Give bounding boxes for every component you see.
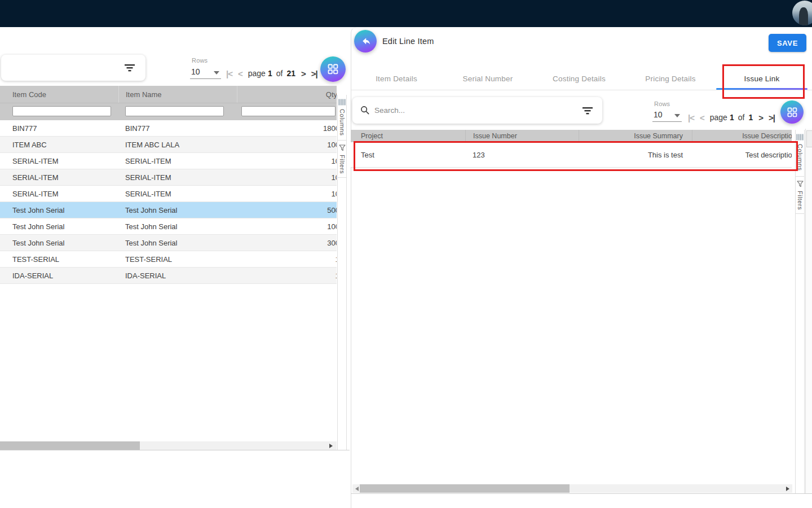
item-row[interactable]: Test John SerialTest John Serial100	[0, 218, 337, 235]
rows-per-page-select[interactable]: 10	[652, 109, 682, 122]
issue-search-box	[352, 97, 602, 124]
issue-row[interactable]: Test123This is testTest description	[351, 142, 792, 168]
of-label: of	[276, 69, 283, 78]
item-row[interactable]: Test John SerialTest John Serial300	[0, 235, 337, 251]
tab-costing-details[interactable]: Costing Details	[533, 68, 625, 90]
current-page: 1	[730, 113, 734, 122]
column-header-qty[interactable]: Qty	[237, 86, 337, 103]
tab-serial-number[interactable]: Serial Number	[442, 68, 533, 90]
user-avatar[interactable]	[792, 1, 812, 25]
cell-item-code: SERIAL-ITEM	[0, 157, 118, 165]
item-row[interactable]: IDA-SERIALIDA-SERIAL1	[0, 268, 337, 284]
tab-item-details[interactable]: Item Details	[351, 68, 442, 90]
rows-per-page-select[interactable]: 10	[190, 66, 221, 79]
filters-rail-button[interactable]: Filters	[338, 141, 346, 178]
columns-rail-button[interactable]: Columns	[338, 95, 346, 141]
item-row[interactable]: TEST-SERIALTEST-SERIAL1	[0, 251, 337, 268]
cell-item-code: Test John Serial	[0, 222, 118, 231]
scroll-left-icon[interactable]	[355, 487, 359, 491]
items-horizontal-scrollbar[interactable]	[0, 441, 337, 450]
last-page-button[interactable]: >|	[311, 69, 317, 78]
issues-vertical-scrollbar[interactable]	[805, 129, 812, 494]
qty-filter-input[interactable]	[241, 106, 336, 116]
item-code-filter-input[interactable]	[12, 106, 111, 116]
cell-item-code: ITEM ABC	[0, 141, 118, 149]
columns-rail-button[interactable]: Columns	[796, 130, 804, 177]
tabs-divider	[351, 90, 812, 90]
filter-list-icon[interactable]	[582, 106, 593, 115]
column-header-issue-description[interactable]: Issue Description	[692, 130, 792, 142]
cell-item-code: SERIAL-ITEM	[0, 173, 118, 182]
scroll-right-icon[interactable]	[786, 487, 789, 491]
grid-icon	[787, 107, 797, 117]
filter-list-icon[interactable]	[124, 63, 135, 72]
column-header-item-code[interactable]: Item Code	[0, 86, 118, 103]
back-button[interactable]	[354, 30, 377, 52]
cell-issue-description: Test description	[692, 151, 792, 159]
first-page-button[interactable]: |<	[688, 113, 694, 122]
next-page-button[interactable]: >	[758, 113, 763, 122]
tab-pricing-details[interactable]: Pricing Details	[625, 68, 716, 90]
prev-page-button[interactable]: <	[238, 69, 242, 78]
items-pager: |< < page 1 of 21 > >|	[226, 66, 317, 81]
item-name-filter-input[interactable]	[125, 106, 224, 116]
page-label: page	[710, 113, 727, 122]
scrollbar-thumb[interactable]	[806, 130, 812, 147]
column-header-project[interactable]: Project	[351, 130, 465, 142]
total-pages: 1	[748, 113, 753, 122]
item-row[interactable]: Test John SerialTest John Serial500	[0, 202, 337, 218]
cell-qty: 10	[237, 173, 337, 182]
left-panel-bottom-border	[0, 450, 350, 450]
issues-table: Project Issue Number Issue Summary Issue…	[351, 130, 792, 169]
column-header-issue-summary[interactable]: Issue Summary	[579, 130, 692, 142]
right-side-rail: Columns Filters	[795, 130, 805, 494]
issues-table-header: Project Issue Number Issue Summary Issue…	[351, 130, 792, 142]
filter-funnel-icon	[797, 181, 804, 187]
filters-rail-button[interactable]: Filters	[796, 177, 804, 214]
cell-item-code: IDA-SERIAL	[0, 271, 118, 280]
item-row[interactable]: BIN777BIN7771800	[0, 120, 337, 137]
first-page-button[interactable]: |<	[226, 69, 232, 78]
items-search-input[interactable]	[9, 63, 124, 73]
cell-item-name: Test John Serial	[118, 239, 237, 247]
right-panel-bottom-border	[351, 493, 812, 494]
scrollbar-thumb[interactable]	[360, 484, 570, 493]
columns-grip-icon	[796, 134, 804, 141]
cell-issue-summary: This is test	[579, 151, 692, 159]
cell-qty: 100	[237, 222, 337, 231]
column-header-issue-number[interactable]: Issue Number	[465, 130, 579, 142]
next-page-button[interactable]: >	[301, 69, 306, 78]
item-row[interactable]: SERIAL-ITEMSERIAL-ITEM10	[0, 186, 337, 202]
active-tab-underline	[716, 88, 807, 90]
grid-settings-button[interactable]	[320, 56, 346, 82]
tab-issue-link[interactable]: Issue Link	[716, 68, 807, 90]
prev-page-button[interactable]: <	[700, 113, 704, 122]
of-label: of	[738, 113, 745, 122]
issues-pager: |< < page 1 of 1 > >|	[688, 110, 775, 125]
app-root: Rows 10 |< < page 1 of 21 > >| Item Code…	[0, 0, 812, 508]
cell-project: Test	[351, 151, 465, 159]
scrollbar-thumb[interactable]	[0, 441, 140, 450]
top-navbar	[0, 0, 812, 27]
cell-qty: 500	[237, 206, 337, 214]
cell-item-code: SERIAL-ITEM	[0, 190, 118, 198]
cell-issue-number: 123	[465, 151, 579, 159]
last-page-button[interactable]: >|	[769, 113, 775, 122]
issue-search-input[interactable]	[373, 106, 582, 115]
issues-horizontal-scrollbar[interactable]	[352, 484, 792, 493]
filters-rail-label: Filters	[797, 191, 804, 210]
item-row[interactable]: SERIAL-ITEMSERIAL-ITEM10	[0, 169, 337, 186]
rows-per-page-value: 10	[654, 110, 663, 119]
items-table-body: BIN777BIN7771800ITEM ABCITEM ABC LALA100…	[0, 120, 337, 284]
cell-item-code: TEST-SERIAL	[0, 255, 118, 264]
item-row[interactable]: SERIAL-ITEMSERIAL-ITEM10	[0, 153, 337, 169]
grid-settings-button[interactable]	[780, 100, 804, 124]
item-row[interactable]: ITEM ABCITEM ABC LALA100	[0, 137, 337, 153]
columns-grip-icon	[338, 99, 346, 106]
page-title: Edit Line Item	[382, 37, 434, 46]
column-header-item-name[interactable]: Item Name	[118, 86, 237, 103]
scroll-right-icon[interactable]	[329, 444, 333, 448]
save-button[interactable]: SAVE	[769, 34, 806, 52]
cell-qty: 100	[237, 141, 337, 149]
dropdown-arrow-icon	[214, 71, 219, 75]
